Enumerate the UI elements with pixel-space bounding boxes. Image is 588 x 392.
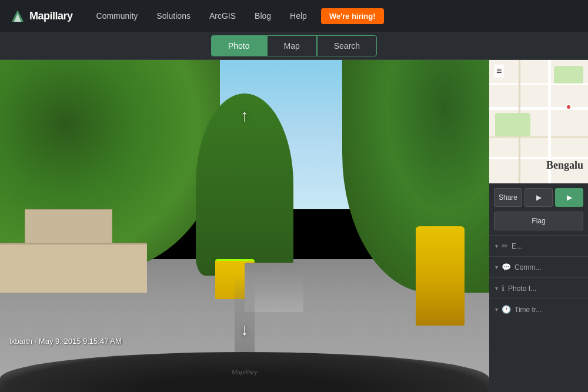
- nav-solutions[interactable]: Solutions: [147, 0, 200, 32]
- map-road: [489, 107, 588, 110]
- edit-panel-label: E...: [512, 242, 522, 250]
- photo-area: ↑ ↓ lxbarth · May 9, 2015 9:15:47 AM Map…: [0, 60, 489, 392]
- navigate-backward-button[interactable]: ↓: [240, 320, 249, 339]
- hire-button[interactable]: We're hiring!: [321, 8, 384, 24]
- watermark: Mapillary: [232, 368, 258, 376]
- main-content: ↑ ↓ lxbarth · May 9, 2015 9:15:47 AM Map…: [0, 60, 588, 392]
- photo-caption: lxbarth · May 9, 2015 9:15:47 AM: [9, 337, 122, 346]
- time-travel-panel-toggle[interactable]: ▾ 🕐 Time tr...: [489, 299, 588, 320]
- map-city-label: Bengalu: [546, 159, 583, 172]
- comments-panel-toggle[interactable]: ▾ 💬 Comm...: [489, 256, 588, 277]
- chevron-down-icon: ▾: [495, 306, 498, 313]
- map-location-dot: [566, 104, 572, 110]
- comment-icon: 💬: [502, 263, 511, 272]
- nav-blog[interactable]: Blog: [245, 0, 280, 32]
- chevron-down-icon: ▾: [495, 243, 498, 249]
- navbar: Mapillary Community Solutions ArcGIS Blo…: [0, 0, 588, 32]
- chevron-down-icon: ▾: [495, 264, 498, 270]
- mini-map[interactable]: Bengalu ≡: [489, 60, 588, 183]
- flag-button[interactable]: Flag: [494, 212, 583, 230]
- share-button[interactable]: Share: [494, 188, 522, 207]
- time-travel-panel-label: Time tr...: [514, 306, 542, 314]
- map-green-area: [554, 66, 583, 83]
- comments-panel-label: Comm...: [514, 263, 541, 272]
- street-photo: ↑ ↓ lxbarth · May 9, 2015 9:15:47 AM Map…: [0, 60, 489, 392]
- map-green-area: [495, 113, 530, 136]
- logo-text: Mapillary: [29, 10, 73, 22]
- tab-photo[interactable]: Photo: [211, 35, 267, 56]
- tabbar: Photo Map Search: [0, 32, 588, 60]
- map-menu-icon[interactable]: ≡: [494, 65, 504, 78]
- navigate-forward-button[interactable]: ↑: [240, 106, 249, 125]
- photo-info-panel-toggle[interactable]: ▾ ℹ Photo I...: [489, 277, 588, 299]
- nav-help[interactable]: Help: [280, 0, 316, 32]
- right-panel: Bengalu ≡ Share ▶ ▶ Flag ▾ ✏ E... ▾ 💬 Co…: [489, 60, 588, 392]
- clock-icon: 🕐: [502, 305, 511, 314]
- tab-map[interactable]: Map: [267, 35, 317, 56]
- logo-area[interactable]: Mapillary: [9, 8, 73, 24]
- nav-community[interactable]: Community: [87, 0, 148, 32]
- edit-icon: ✏: [502, 242, 508, 250]
- play-button[interactable]: ▶: [524, 188, 553, 207]
- info-icon: ℹ: [502, 284, 505, 293]
- map-road: [489, 83, 588, 85]
- map-road: [489, 136, 588, 138]
- auto-right: [416, 226, 465, 326]
- chevron-down-icon: ▾: [495, 285, 498, 292]
- wall-left: [0, 243, 147, 293]
- mapillary-logo-icon: [9, 8, 26, 24]
- green-play-button[interactable]: ▶: [555, 188, 583, 207]
- photo-info-panel-label: Photo I...: [508, 284, 536, 293]
- action-buttons: Share ▶ ▶: [489, 183, 588, 212]
- edit-panel-toggle[interactable]: ▾ ✏ E...: [489, 235, 588, 256]
- tab-search[interactable]: Search: [317, 35, 377, 56]
- nav-arcgis[interactable]: ArcGIS: [200, 0, 245, 32]
